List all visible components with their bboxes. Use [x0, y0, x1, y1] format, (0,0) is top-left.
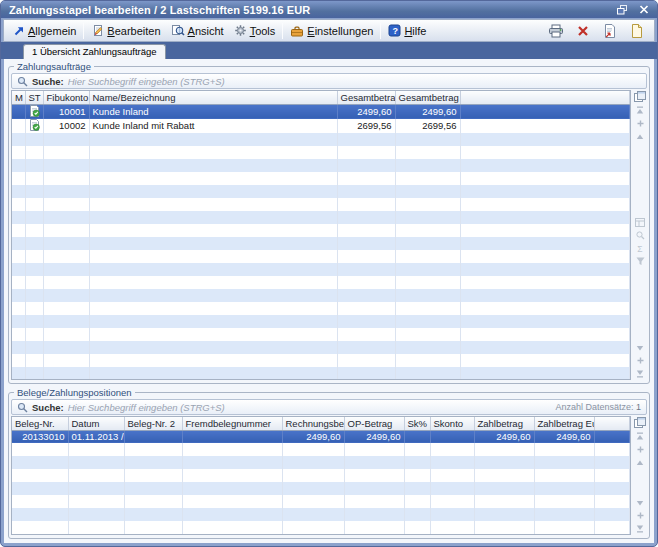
menu-item-einstellungen[interactable]: Einstellungen [285, 23, 378, 39]
grid-row[interactable]: 10001Kunde Inland2499,602499,60 [12, 104, 630, 119]
preview-button[interactable] [633, 229, 647, 242]
filter-button[interactable] [633, 255, 647, 268]
go-last-button[interactable] [633, 367, 647, 380]
help-icon: ? [388, 24, 401, 37]
grid-row[interactable]: 10002Kunde Inland mit Rabatt2699,562699,… [12, 119, 630, 133]
grid-cell: 2499,60 [395, 104, 460, 119]
add-row-icon [637, 120, 644, 127]
column-header[interactable]: ST [25, 91, 43, 104]
go-last-button[interactable] [633, 522, 647, 535]
grid-cell-filler [460, 104, 630, 119]
new-document-button[interactable] [628, 22, 646, 40]
go-first-button[interactable] [633, 430, 647, 443]
column-header[interactable]: Gesamtbetrag Euro [395, 91, 460, 104]
column-header[interactable]: Name/Bezeichnung [89, 91, 337, 104]
grid-header-row: Beleg-Nr.DatumBeleg-Nr. 2Fremdbelegnumme… [12, 417, 630, 430]
arrow-up-right-icon [13, 25, 25, 37]
column-header-filler [594, 417, 630, 430]
add-row-button[interactable] [633, 443, 647, 456]
positions-search-bar: Suche: Anzahl Datensätze: 1 [11, 399, 647, 415]
scroll-down-button[interactable] [633, 496, 647, 509]
column-header[interactable]: Fibukonto [43, 91, 89, 104]
close-button[interactable] [636, 3, 651, 16]
grid-empty-row [12, 367, 630, 380]
grid-view-icon [635, 218, 645, 227]
grid-empty-row [12, 469, 630, 482]
column-chooser-button[interactable] [633, 416, 647, 428]
add-row-button[interactable] [633, 117, 647, 130]
menu-item-bearbeiten[interactable]: Bearbeiten [86, 22, 165, 39]
column-chooser-icon [634, 417, 646, 428]
grid-cell: 2699,56 [395, 119, 460, 133]
column-header[interactable]: Beleg-Nr. 2 [124, 417, 182, 430]
grid-cell [25, 104, 43, 119]
positions-side-toolbar [631, 416, 647, 535]
add-row-button[interactable] [633, 509, 647, 522]
column-header[interactable]: M [12, 91, 25, 104]
tab-strip: 1 Übersicht Zahlungsaufträge [1, 42, 657, 59]
grid-cell-filler [594, 430, 630, 443]
export-document-button[interactable] [601, 22, 619, 40]
grid-cell: 10002 [43, 119, 89, 133]
delete-button[interactable] [574, 22, 592, 40]
column-chooser-icon [634, 91, 646, 102]
grid-row[interactable]: 2013301001.11.2013 /Fr2499,602499,602499… [12, 430, 630, 443]
payment-orders-grid: MSTFibukontoName/BezeichnungGesamtbetrag… [11, 90, 631, 380]
grid-empty-row [12, 380, 630, 381]
go-last-icon [636, 369, 644, 378]
grid-empty-row [12, 495, 630, 508]
grid-empty-row [12, 456, 630, 469]
add-row-icon [637, 357, 644, 364]
payment-orders-search-input[interactable] [68, 76, 641, 87]
go-first-button[interactable] [633, 104, 647, 117]
scroll-down-button[interactable] [633, 341, 647, 354]
grid-cell-filler [460, 119, 630, 133]
grid-empty-row [12, 263, 630, 276]
tab-page: Zahlungsaufträge Suche: MSTFibukontoName… [4, 59, 654, 543]
add-row-button[interactable] [633, 354, 647, 367]
menu-item-allgemein[interactable]: Allgemein [8, 23, 81, 39]
menu-bar: Allgemein Bearbeiten Ansicht Tools Einst… [3, 19, 655, 42]
search-icon [17, 76, 28, 87]
positions-search-input[interactable] [68, 402, 552, 413]
svg-text:?: ? [393, 26, 399, 36]
scroll-up-button[interactable] [633, 130, 647, 143]
document-new-icon [631, 24, 643, 38]
close-icon [639, 5, 649, 14]
menu-item-tools[interactable]: Tools [229, 22, 281, 39]
grid-cell: 10001 [43, 104, 89, 119]
tab-uebersicht-zahlungsauftraege[interactable]: 1 Übersicht Zahlungsaufträge [23, 44, 166, 59]
scroll-down-icon [636, 344, 644, 352]
restore-button[interactable] [615, 3, 630, 16]
column-header[interactable]: Zahlbetrag [474, 417, 534, 430]
column-header[interactable]: OP-Betrag [344, 417, 404, 430]
scroll-up-button[interactable] [633, 456, 647, 469]
grid-cell: Kunde Inland mit Rabatt [89, 119, 337, 133]
column-chooser-button[interactable] [633, 90, 647, 102]
column-header[interactable]: Skonto [430, 417, 474, 430]
search-label: Suche: [32, 76, 64, 87]
menu-separator [380, 23, 381, 39]
positions-grid: Beleg-Nr.DatumBeleg-Nr. 2Fremdbelegnumme… [11, 416, 631, 535]
grid-view-button[interactable] [633, 216, 647, 229]
print-button[interactable] [547, 22, 565, 40]
svg-text:Σ: Σ [637, 244, 642, 253]
menu-item-ansicht[interactable]: Ansicht [166, 22, 229, 39]
column-header[interactable]: Gesamtbetrag [337, 91, 395, 104]
payment-orders-search-bar: Suche: [11, 73, 647, 89]
column-header[interactable]: Beleg-Nr. [12, 417, 68, 430]
column-header[interactable]: Fremdbelegnummer [182, 417, 282, 430]
column-header[interactable]: Rechnungsbetrag [282, 417, 344, 430]
sum-button[interactable]: Σ [633, 242, 647, 255]
grid-cell: 2499,60 [282, 430, 344, 443]
grid-cell: Kunde Inland [89, 104, 337, 119]
document-ok-icon [29, 105, 40, 117]
menu-item-hilfe[interactable]: ? Hilfe [383, 22, 431, 39]
payment-orders-group: Zahlungsaufträge Suche: MSTFibukontoName… [8, 61, 650, 384]
go-first-icon [636, 106, 644, 115]
column-header[interactable]: Sk% [404, 417, 430, 430]
column-header[interactable]: Zahlbetrag Euro [534, 417, 594, 430]
menu-separator [282, 23, 283, 39]
column-header[interactable]: Datum [68, 417, 124, 430]
grid-empty-row [12, 172, 630, 185]
